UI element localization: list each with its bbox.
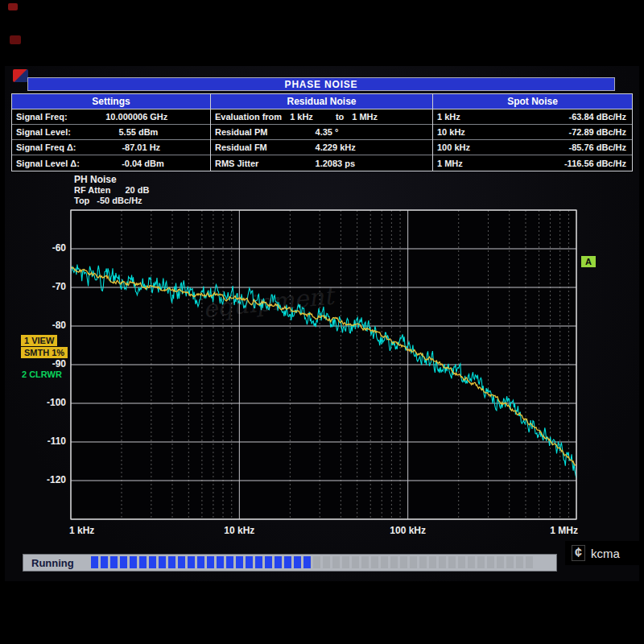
eval-to-label: to [336,112,344,122]
row-label: 10 kHz [437,127,465,137]
rf-atten-value: 20 dB [125,185,149,195]
status-running-label: Running [31,557,74,569]
bezel-led2-icon [10,35,21,44]
progress-segment [410,556,417,568]
x-axis-tick-label: 10 kHz [207,525,271,536]
progress-segment [477,556,485,568]
progress-segment [246,556,253,568]
row-value: 4.35 ° [316,127,428,137]
table-row: Signal Level Δ: -0.04 dBm [12,155,210,171]
y-axis-tick-label: -70 [31,281,66,292]
progress-segment [130,556,137,568]
instrument-screen-photo: PHASE NOISE Settings Signal Freq: 10.000… [0,0,644,644]
progress-segment [91,556,98,568]
row-value: 5.55 dBm [71,127,206,137]
bezel-led-icon [8,3,18,10]
row-label: Residual PM [215,127,316,137]
progress-segment [265,556,272,568]
progress-segment [139,556,147,568]
measurement-table: Settings Signal Freq: 10.000006 GHz Sign… [11,93,633,171]
watermark-text: kcma [591,547,620,560]
row-label: Residual FM [215,142,316,152]
progress-segment [149,556,156,568]
phase-noise-plot [69,208,580,523]
progress-segment [458,556,465,568]
table-row: Residual FM 4.229 kHz [211,140,432,155]
status-bar: Running [23,554,557,572]
row-label: Evaluation from [215,112,282,122]
trace1-mode: SMTH 1% [21,347,68,358]
chart-header: PH Noise RF Atten20 dB Top-50 dBc/Hz [74,174,149,206]
eval-to-value: 1 MHz [352,112,378,122]
trace-name: PH Noise [74,174,149,185]
y-axis-tick-label: -80 [31,320,66,331]
progress-segment [303,556,311,568]
row-value: 1.2083 ps [316,159,428,168]
table-row: Signal Freq: 10.000006 GHz [12,109,210,125]
column-header-settings: Settings [12,94,210,109]
row-label: 1 MHz [437,159,463,168]
row-label: RMS Jitter [215,159,316,168]
row-value: -63.84 dBc/Hz [460,112,628,122]
table-row: Signal Level: 5.55 dBm [12,125,210,140]
brand-logo-icon [13,69,28,82]
table-row: RMS Jitter 1.2083 ps [211,155,432,171]
y-axis-tick-label: -100 [31,397,66,408]
table-row: 100 kHz -85.76 dBc/Hz [433,140,632,155]
row-label: Signal Freq Δ: [16,142,76,152]
progress-segment [497,556,504,568]
table-row: Residual PM 4.35 ° [211,125,432,140]
progress-segment [332,556,340,568]
progress-segment [516,556,523,568]
y-axis-tick-label: -60 [31,242,66,254]
cent-icon: ¢ [572,545,585,561]
row-label: Signal Freq: [16,112,68,122]
page-title: PHASE NOISE [27,77,615,91]
progress-segment [400,556,407,568]
progress-segment [506,556,514,568]
progress-segment [178,556,185,568]
column-header-spot: Spot Noise [433,94,632,109]
row-label: 100 kHz [437,142,470,152]
row-label: Signal Level Δ: [16,159,80,168]
progress-segment [217,556,224,568]
progress-segment [197,556,204,568]
progress-segment [226,556,233,568]
progress-segment [448,556,456,568]
progress-segment [487,556,494,568]
progress-segment [168,556,175,568]
progress-segment [275,556,282,568]
top-value: -50 dBc/Hz [97,196,142,205]
progress-segment [352,556,359,568]
x-axis-tick-label: 100 kHz [376,525,440,536]
progress-segment [419,556,427,568]
progress-segment [468,556,475,568]
progress-segment [101,556,108,568]
progress-segment [526,556,533,568]
progress-segment [381,556,388,568]
trace2-label: 2 CLRWR [22,369,62,379]
row-value: -116.56 dBc/Hz [463,159,628,168]
progress-segment [294,556,301,568]
progress-segment [188,556,195,568]
progress-segment [284,556,291,568]
watermark-badge: ¢ kcma [565,541,639,565]
progress-segment [439,556,446,568]
progress-segment [120,556,127,568]
table-row: 1 MHz -116.56 dBc/Hz [433,155,632,171]
row-value: -72.89 dBc/Hz [465,127,628,137]
progress-segment [429,556,436,568]
x-axis-tick-label: 1 MHz [514,525,578,536]
progress-segment [323,556,330,568]
residual-noise-column: Residual Noise Evaluation from 1 kHz to … [211,94,433,171]
row-label: 1 kHz [437,112,460,122]
table-row: 10 kHz -72.89 dBc/Hz [433,125,632,140]
row-value: 10.000006 GHz [68,112,206,122]
settings-column: Settings Signal Freq: 10.000006 GHz Sign… [12,94,211,171]
row-value: 4.229 kHz [316,142,428,152]
trace1-label-group: 1 VIEW SMTH 1% [21,335,68,359]
trace1-name: 1 VIEW [21,335,57,346]
column-header-residual: Residual Noise [211,94,432,109]
progress-segment [361,556,369,568]
table-row: Signal Freq Δ: -87.01 Hz [12,140,210,155]
